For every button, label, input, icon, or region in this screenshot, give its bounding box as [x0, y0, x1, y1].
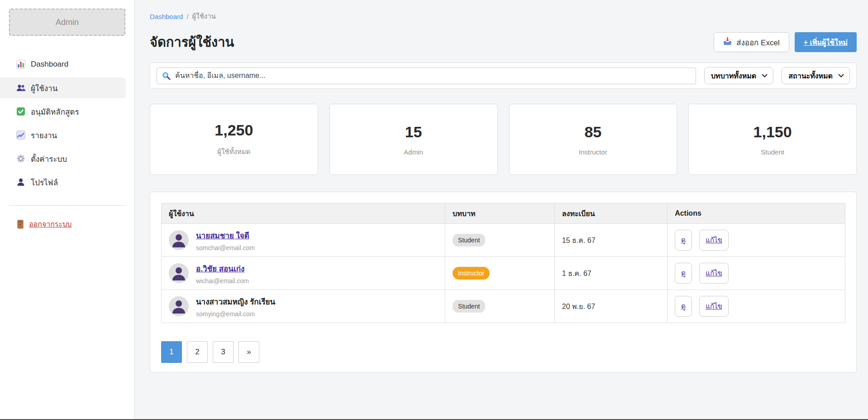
sidebar-divider — [9, 205, 126, 206]
table-row: นายสมชาย ใจดี somchai@email.com Student … — [162, 224, 845, 257]
sidebar-item-label: ผู้ใช้งาน — [31, 82, 57, 94]
pagination-page-3[interactable]: 3 — [213, 341, 234, 363]
registered-date: 20 พ.ย. 67 — [562, 303, 595, 310]
registered-date: 1 ธ.ค. 67 — [562, 270, 591, 277]
pagination-next[interactable]: » — [238, 341, 259, 363]
view-button[interactable]: ดู — [675, 263, 692, 284]
stat-card-student: 1,150 Student — [688, 104, 857, 175]
status-filter-select[interactable]: สถานะทั้งหมด — [782, 67, 850, 84]
role-badge: Student — [453, 300, 485, 313]
column-header-registered: ลงทะเบียน — [554, 203, 667, 224]
role-badge: Student — [453, 234, 485, 246]
stat-value: 1,250 — [215, 121, 253, 139]
role-filter-select[interactable]: บทบาททั้งหมด — [704, 67, 773, 84]
pagination-page-2[interactable]: 2 — [187, 341, 208, 363]
user-email: wichai@email.com — [196, 277, 249, 285]
avatar — [169, 263, 189, 283]
admin-user-management-page: Admin Dashboard ผู้ใช้งาน อนุมัติหลักสูต… — [0, 0, 868, 420]
table-header-row: ผู้ใช้งาน บทบาท ลงทะเบียน Actions — [162, 203, 845, 224]
sidebar-item-label: โปรไฟล์ — [31, 176, 58, 188]
user-email: somying@email.com — [196, 310, 275, 318]
search-input[interactable] — [157, 68, 696, 84]
logo-placeholder: Admin — [9, 9, 125, 36]
sidebar-item-profile[interactable]: โปรไฟล์ — [0, 172, 126, 193]
user-cell: นายสมชาย ใจดี somchai@email.com — [169, 229, 438, 251]
page-header: จัดการผู้ใช้งาน ส่งออก Excel + เพิ่มผู้ใ… — [150, 32, 857, 53]
check-icon — [16, 107, 25, 116]
view-button[interactable]: ดู — [675, 230, 692, 251]
stat-value: 85 — [584, 123, 601, 141]
edit-button[interactable]: แก้ไข — [699, 263, 729, 284]
table-row: อ.วิชัย สอนเก่ง wichai@email.com Instruc… — [162, 257, 845, 290]
bar-chart-icon — [16, 60, 25, 69]
logout-link[interactable]: ออกจากระบบ — [16, 218, 72, 230]
users-table-card: ผู้ใช้งาน บทบาท ลงทะเบียน Actions — [150, 192, 857, 372]
status-filter-value: สถานะทั้งหมด — [788, 70, 833, 82]
users-icon — [16, 83, 25, 92]
sidebar-item-label: Dashboard — [31, 60, 68, 69]
sidebar-item-reports[interactable]: รายงาน — [0, 125, 126, 145]
sidebar-item-dashboard[interactable]: Dashboard — [0, 54, 126, 75]
search-field-wrapper — [157, 68, 696, 84]
user-name-link[interactable]: อ.วิชัย สอนเก่ง — [196, 265, 244, 273]
breadcrumb: Dashboard / ผู้ใช้งาน — [150, 11, 857, 22]
logout-label: ออกจากระบบ — [29, 218, 72, 230]
stat-label: Instructor — [579, 148, 607, 156]
stat-value: 15 — [405, 123, 422, 141]
add-user-label: + เพิ่มผู้ใช้ใหม่ — [804, 37, 848, 48]
table-row: นางสาวสมหญิง รักเรียน somying@email.com … — [162, 290, 845, 323]
chevron-down-icon — [762, 74, 768, 78]
user-email: somchai@email.com — [196, 244, 255, 251]
export-excel-button[interactable]: ส่งออก Excel — [714, 32, 789, 52]
users-table: ผู้ใช้งาน บทบาท ลงทะเบียน Actions — [161, 203, 845, 323]
edit-button[interactable]: แก้ไข — [699, 230, 729, 251]
pagination-page-1[interactable]: 1 — [161, 341, 182, 363]
edit-button[interactable]: แก้ไข — [699, 296, 729, 317]
breadcrumb-current: ผู้ใช้งาน — [192, 11, 216, 22]
sidebar-item-label: รายงาน — [31, 129, 57, 141]
registered-date: 15 ธ.ค. 67 — [562, 237, 596, 244]
pagination: 1 2 3 » — [161, 341, 845, 363]
breadcrumb-separator: / — [186, 13, 188, 20]
door-icon — [16, 220, 24, 229]
export-excel-label: ส่งออก Excel — [736, 36, 780, 48]
page-title: จัดการผู้ใช้งาน — [150, 32, 234, 53]
user-cell: อ.วิชัย สอนเก่ง wichai@email.com — [169, 262, 438, 285]
avatar — [169, 230, 189, 250]
stat-label: Admin — [404, 148, 423, 156]
chevron-down-icon — [838, 74, 844, 78]
role-filter-value: บทบาททั้งหมด — [711, 70, 756, 82]
avatar — [169, 296, 189, 316]
column-header-actions: Actions — [668, 203, 845, 224]
sidebar-item-users[interactable]: ผู้ใช้งาน — [0, 77, 126, 98]
stats-row: 1,250 ผู้ใช้ทั้งหมด 15 Admin 85 Instruct… — [150, 104, 857, 175]
sidebar-item-label: ตั้งค่าระบบ — [31, 153, 67, 165]
stat-card-total-users: 1,250 ผู้ใช้ทั้งหมด — [150, 104, 318, 175]
filter-bar: บทบาททั้งหมด สถานะทั้งหมด — [150, 63, 857, 89]
stat-label: Student — [761, 148, 784, 156]
stat-card-admin: 15 Admin — [329, 104, 498, 175]
stat-card-instructor: 85 Instructor — [509, 104, 677, 175]
breadcrumb-dashboard-link[interactable]: Dashboard — [150, 13, 183, 20]
main-content: Dashboard / ผู้ใช้งาน จัดการผู้ใช้งาน ส่… — [135, 0, 868, 420]
view-button[interactable]: ดู — [675, 296, 692, 317]
stat-label: ผู้ใช้ทั้งหมด — [217, 146, 250, 157]
column-header-user: ผู้ใช้งาน — [162, 203, 445, 224]
sidebar: Admin Dashboard ผู้ใช้งาน อนุมัติหลักสูต… — [0, 0, 135, 420]
user-name: นางสาวสมหญิง รักเรียน — [196, 298, 275, 306]
sidebar-item-course-approval[interactable]: อนุมัติหลักสูตร — [0, 101, 126, 122]
search-icon — [162, 72, 171, 80]
logo-text: Admin — [56, 18, 79, 27]
sidebar-menu: Dashboard ผู้ใช้งาน อนุมัติหลักสูตร รายง… — [0, 54, 134, 195]
user-cell: นางสาวสมหญิง รักเรียน somying@email.com — [169, 295, 438, 318]
user-name-link[interactable]: นายสมชาย ใจดี — [196, 232, 249, 240]
download-icon — [723, 37, 732, 48]
sidebar-item-settings[interactable]: ตั้งค่าระบบ — [0, 148, 126, 169]
column-header-role: บทบาท — [445, 203, 555, 224]
sidebar-item-label: อนุมัติหลักสูตร — [31, 106, 79, 118]
line-chart-icon — [16, 130, 25, 140]
gear-icon — [16, 154, 25, 163]
add-user-button[interactable]: + เพิ่มผู้ใช้ใหม่ — [795, 32, 857, 52]
person-icon — [16, 178, 25, 187]
stat-value: 1,150 — [754, 123, 792, 141]
